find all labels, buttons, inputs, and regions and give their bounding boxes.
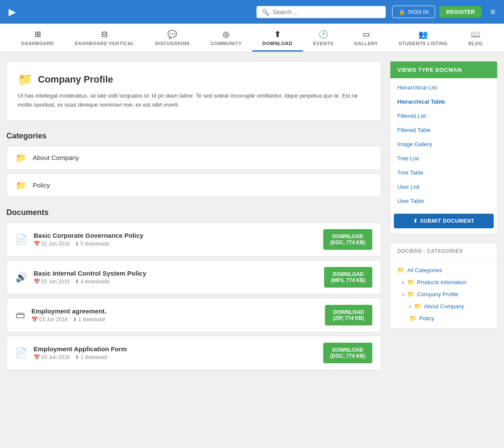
submit-document-button[interactable]: ⬆ SUBMIT DOCUMENT [394, 214, 494, 228]
profile-card: 📁 Company Profile Ut has intellegat mode… [6, 61, 381, 121]
page-wrapper: 📁 Company Profile Ut has intellegat mode… [0, 52, 504, 382]
register-button[interactable]: REGISTER [439, 6, 482, 18]
cat-tree-products-info[interactable]: ▸ 📁 Products infomation [390, 276, 497, 288]
nav-label-dashboard: DASHBOARD [21, 41, 54, 46]
doc-meta-4: 📅 03 Jun 2016 ⬇ 1 download [34, 354, 127, 360]
cat-tree-company-profile[interactable]: ▸ 📁 Company Profile [390, 288, 497, 300]
lock-icon: 🔒 [399, 9, 405, 15]
search-bar: 🔍 [257, 6, 386, 18]
views-header: VIEWS TYPE DOCMAN [390, 61, 497, 78]
view-item-filtered-table[interactable]: Filtered Table [390, 123, 497, 137]
nav-item-discussions[interactable]: 💬 DISCUSSIONS [145, 24, 200, 52]
cat-folder-icon-products: 📁 [407, 279, 414, 285]
doc-downloads-3: ⬇ 1 download [73, 316, 105, 322]
nav-item-events[interactable]: 🕐 EVENTS [303, 24, 344, 52]
category-item-policy[interactable]: 📁 Policy [6, 173, 381, 197]
doc-meta-1: 📅 02 Jun 2016 ⬇ 5 downloads [34, 241, 143, 247]
view-item-hierarchical-list[interactable]: Hierarchical List [390, 80, 497, 95]
cat-label-company-profile: Company Profile [417, 291, 458, 298]
profile-title: Company Profile [38, 74, 113, 85]
doc-info-2: Basic Internal Control System Policy 📅 0… [34, 270, 146, 285]
nav-item-community[interactable]: ◎ COMMUNITY [200, 24, 252, 52]
nav-label-blog: BLOG [468, 41, 483, 46]
views-list: Hierarchical List Hierarchical Table Fil… [390, 78, 497, 210]
download-button-1[interactable]: DOWNLOAD (DOC, 774 KB) [323, 229, 372, 250]
signin-button[interactable]: 🔒 SIGN IN [392, 6, 435, 18]
community-icon: ◎ [223, 30, 230, 39]
hamburger-icon[interactable]: ≡ [490, 7, 495, 17]
doc-left-1: 📄 Basic Corporate Governance Policy 📅 02… [15, 232, 143, 247]
nav-item-gallery[interactable]: ▭ GALLERY [344, 24, 389, 52]
cat-folder-icon-policy: 📁 [409, 315, 417, 322]
download-button-3[interactable]: DOWNLOAD (ZIP, 774 KB) [325, 305, 372, 325]
cat-tree-about-company[interactable]: ▸ 📁 About Company [390, 300, 497, 312]
doc-date-2: 📅 02 Jun 2016 [34, 279, 70, 285]
view-item-user-table[interactable]: User Table [390, 194, 497, 208]
cat-arrow-about: ▸ [409, 304, 411, 309]
cat-folder-icon-about-company: 📁 [414, 303, 421, 310]
view-item-image-gallery[interactable]: Image Gallery [390, 137, 497, 151]
view-item-tree-list[interactable]: Tree List [390, 151, 497, 166]
download-button-4[interactable]: DOWNLOAD (DOC, 774 KB) [323, 343, 372, 363]
category-item-about-company[interactable]: 📁 About Company [6, 146, 381, 170]
main-content: 📁 Company Profile Ut has intellegat mode… [6, 61, 381, 374]
dashboard-icon: ⊞ [34, 30, 41, 39]
dashboard-vertical-icon: ⊟ [101, 30, 108, 39]
nav-label-students-listing: STUDENTS LISTING [399, 41, 448, 46]
nav-item-students-listing[interactable]: 👥 STUDENTS LISTING [388, 24, 458, 52]
nav-label-gallery: GALLERY [354, 41, 378, 46]
doc-left-3: 🗃 Employment agreement. 📅 03 Jun 2016 ⬇ … [15, 307, 106, 322]
download-button-2[interactable]: DOWNLOAD (MP3, 774 KB) [324, 267, 372, 288]
doc-icon-4: 📄 [15, 347, 27, 359]
nav-label-events: EVENTS [313, 41, 334, 46]
download-icon: ⬆ [274, 30, 281, 39]
cat-arrow-company: ▸ [402, 292, 405, 297]
cat-label-products: Products infomation [417, 279, 467, 285]
doc-name-3: Employment agreement. [31, 307, 106, 315]
view-item-user-list[interactable]: User List [390, 180, 497, 194]
doc-date-4: 📅 03 Jun 2016 [34, 354, 70, 360]
cat-tree: 📁 All Categories ▸ 📁 Products infomation… [390, 260, 497, 328]
discussions-icon: 💬 [167, 30, 177, 39]
documents-heading: Documents [6, 208, 381, 217]
nav-item-dashboard[interactable]: ⊞ DASHBOARD [11, 24, 64, 52]
profile-description: Ut has intellegat moderatius, sit tale v… [18, 92, 370, 110]
document-item-2: 🔊 Basic Internal Control System Policy 📅… [6, 260, 381, 295]
category-name-policy: Policy [33, 181, 50, 189]
doc-date-3: 📅 03 Jun 2016 [31, 316, 68, 322]
doc-info-1: Basic Corporate Governance Policy 📅 02 J… [34, 232, 143, 247]
doc-info-4: Employment Application Form 📅 03 Jun 201… [34, 345, 127, 360]
folder-icon-lg: 📁 [18, 72, 33, 86]
nav-item-download[interactable]: ⬆ DOWNLOAD [252, 24, 303, 52]
view-item-filtered-list[interactable]: Filtered List [390, 109, 497, 123]
gallery-icon: ▭ [362, 30, 370, 39]
doc-name-1: Basic Corporate Governance Policy [34, 232, 143, 239]
cat-tree-all-categories[interactable]: 📁 All Categories [390, 264, 497, 276]
categories-card: DOCMAN - CATEGORIES 📁 All Categories ▸ 📁… [390, 242, 498, 329]
categories-heading: Categories [6, 132, 381, 141]
upload-icon: ⬆ [413, 218, 418, 224]
view-item-tree-table[interactable]: Tree Table [390, 166, 497, 180]
document-item-1: 📄 Basic Corporate Governance Policy 📅 02… [6, 222, 381, 257]
nav-item-blog[interactable]: 📖 BLOG [458, 24, 493, 52]
search-icon: 🔍 [262, 9, 269, 15]
categories-section: Categories 📁 About Company 📁 Policy [6, 132, 381, 197]
doc-icon-3: 🗃 [15, 310, 25, 321]
nav-item-dashboard-vertical[interactable]: ⊟ DASHBOARD VERTICAL [64, 24, 145, 52]
folder-icon-policy: 📁 [15, 180, 26, 190]
students-listing-icon: 👥 [418, 30, 428, 39]
category-name-about: About Company [33, 154, 79, 161]
search-input[interactable] [272, 9, 380, 15]
views-card: VIEWS TYPE DOCMAN Hierarchical List Hier… [390, 61, 498, 234]
cat-folder-icon-all: 📁 [397, 267, 405, 273]
cat-tree-policy[interactable]: 📁 Policy [390, 312, 497, 324]
cat-folder-icon-company: 📁 [407, 291, 414, 298]
doc-name-4: Employment Application Form [34, 345, 127, 353]
doc-left-2: 🔊 Basic Internal Control System Policy 📅… [15, 270, 146, 285]
view-item-hierarchical-table[interactable]: Hierarchical Table [390, 95, 497, 109]
cat-arrow-products: ▸ [402, 280, 405, 285]
cat-label-policy: Policy [419, 315, 434, 322]
logo-icon: ▶ [9, 6, 16, 18]
doc-info-3: Employment agreement. 📅 03 Jun 2016 ⬇ 1 … [31, 307, 106, 322]
nav-label-dashboard-vertical: DASHBOARD VERTICAL [74, 41, 134, 46]
